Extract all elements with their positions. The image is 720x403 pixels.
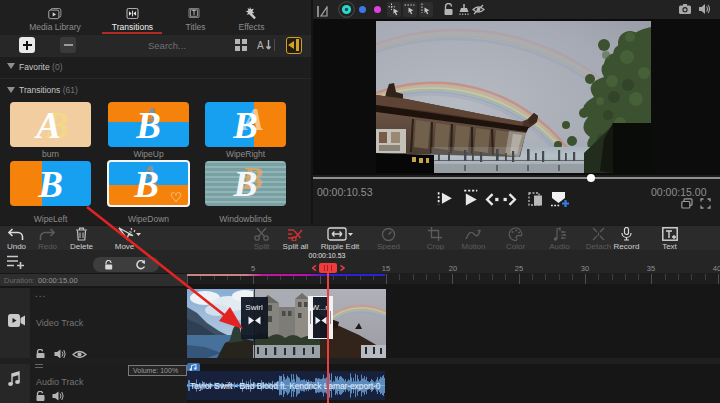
svg-text:T: T [192, 9, 196, 16]
svg-text:A: A [257, 40, 264, 51]
